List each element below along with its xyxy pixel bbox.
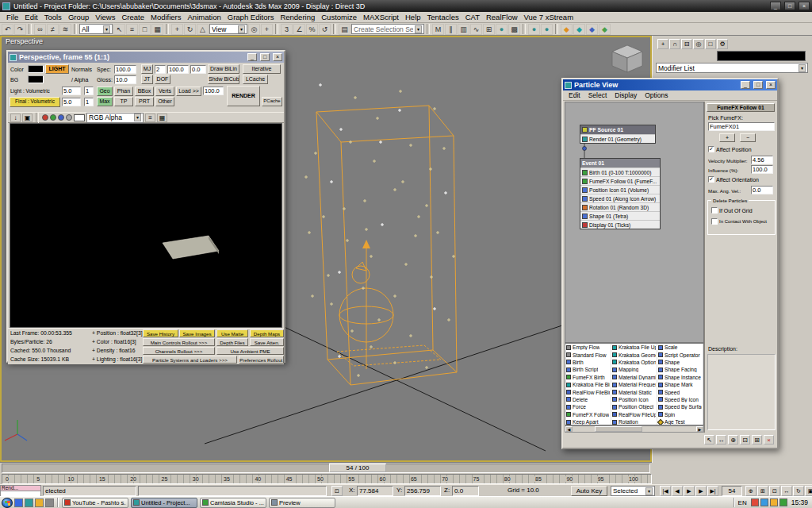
menu-group[interactable]: Group — [65, 12, 92, 22]
taskbar-button[interactable]: Untitled - Project... — [131, 498, 197, 508]
create-tab[interactable]: + — [657, 39, 668, 49]
clock[interactable]: 15:39 — [791, 498, 808, 506]
minimize-button[interactable]: _ — [770, 2, 781, 10]
utilities-tab[interactable]: ⚙ — [717, 39, 728, 49]
select-and-move-icon[interactable]: + — [171, 24, 183, 35]
depot-item[interactable]: Delete — [565, 396, 611, 403]
depot-item[interactable]: Krakatoa Options — [611, 359, 657, 366]
scroll-left-icon[interactable]: ◀ — [565, 426, 573, 432]
percent-snap-icon[interactable]: % — [306, 24, 318, 35]
undo-icon[interactable]: ↶ — [2, 24, 13, 35]
maximize-viewport-icon[interactable]: ▣ — [805, 486, 812, 496]
alpha-label[interactable]: / Alpha — [71, 76, 88, 83]
menu-graph-editors[interactable]: Graph Editors — [224, 12, 278, 22]
value3-field[interactable]: 0.0 — [190, 65, 206, 74]
named-selection-set-field[interactable]: Create Selection Set▾ — [351, 24, 424, 34]
modifier-list-dropdown[interactable]: Modifier List ▾ — [656, 63, 808, 73]
add-fumefx-button[interactable]: + — [719, 133, 735, 142]
render-button[interactable]: RENDER — [227, 86, 260, 106]
depot-item[interactable]: Material Static — [611, 388, 657, 395]
event-action-row[interactable]: Shape 01 (Tetra) — [580, 211, 660, 220]
select-object-icon[interactable]: ↖ — [113, 24, 125, 35]
depot-item[interactable]: Shape Facing — [657, 366, 703, 373]
compare-icon[interactable]: ▦ — [157, 114, 167, 122]
load-button[interactable]: Load >> — [176, 87, 201, 96]
reference-coordinate-dropdown[interactable]: View▾ — [209, 24, 247, 34]
depot-item[interactable]: Spin — [657, 411, 703, 418]
main-controls-rollout-button[interactable]: Main Controls Rollout >>> — [143, 338, 215, 346]
select-by-name-icon[interactable]: ≡ — [126, 24, 138, 35]
particle-view-titlebar[interactable]: Particle View _ □ × — [563, 79, 777, 90]
iterative-button[interactable]: Iterative — [243, 64, 281, 74]
use-pivot-point-icon[interactable]: ◎ — [248, 24, 260, 35]
scroll-right-icon[interactable]: ▶ — [696, 426, 703, 432]
zoom-extents-icon[interactable]: ⊡ — [769, 486, 780, 496]
display-color-swatch[interactable] — [74, 114, 85, 121]
play-button[interactable]: ▶ — [684, 486, 695, 496]
motion-tab[interactable]: ◎ — [693, 39, 704, 49]
track-bar[interactable]: 0510152025303540455055606570758085909510… — [0, 474, 812, 484]
preview-close-button[interactable]: × — [273, 53, 282, 61]
depot-item[interactable]: Krakatoa Geomet... — [611, 351, 657, 358]
fumefx-plugin-icon[interactable]: ◆ — [561, 24, 573, 35]
menu-create[interactable]: Create — [118, 12, 147, 22]
depth-files-button[interactable]: Depth Files — [216, 338, 248, 346]
go-to-end-button[interactable]: ▶| — [707, 486, 718, 496]
chevron-down-icon[interactable]: ▾ — [134, 114, 141, 121]
geo-button[interactable]: Geo — [97, 87, 113, 96]
bg-color-swatch[interactable] — [28, 75, 44, 83]
bbox-button[interactable]: BBox — [135, 87, 154, 96]
z-coordinate-field[interactable]: 0.0 — [452, 486, 479, 496]
time-slider[interactable]: 54 / 100 — [0, 463, 812, 474]
pcache-button[interactable]: PCache — [262, 97, 282, 106]
scrollbar-thumb[interactable] — [595, 426, 642, 432]
light-button[interactable]: LIGHT — [45, 64, 69, 74]
event-action-row[interactable]: Speed 01 (Along Icon Arrow) — [580, 194, 660, 202]
previous-frame-button[interactable]: ◀ — [672, 486, 683, 496]
preview-window-titlebar[interactable]: Perspective, frame 55 (1:1) _ □ × — [8, 52, 284, 63]
menu-tools[interactable]: Tools — [41, 12, 65, 22]
gloss-field[interactable]: 10.0 — [114, 75, 136, 84]
depot-item[interactable]: Material Frequency — [611, 381, 657, 388]
influence-field[interactable]: 100.0 — [751, 165, 773, 174]
spec-field[interactable]: 100.0 — [114, 65, 136, 74]
channel-dot-icon[interactable] — [58, 114, 64, 121]
fumefx-grid-wireframe[interactable] — [316, 106, 457, 385]
menu-views[interactable]: Views — [92, 12, 118, 22]
save-image-icon[interactable]: ↓ — [10, 114, 21, 122]
menu-rendering[interactable]: Rendering — [277, 12, 318, 22]
normals-label[interactable]: Normals — [71, 66, 92, 73]
zoom-tool-icon[interactable]: ⊕ — [728, 435, 738, 444]
depot-item[interactable]: Standard Flow — [565, 351, 611, 358]
depot-item[interactable]: Scale — [657, 344, 703, 351]
event-action-row[interactable]: Display 01 (Ticks) — [580, 220, 660, 229]
event-01-header[interactable]: Event 01 — [580, 159, 660, 167]
depot-item[interactable]: Speed By Icon — [657, 396, 703, 403]
preview-minimize-button[interactable]: _ — [247, 53, 257, 61]
pv-menu-edit[interactable]: Edit — [565, 91, 584, 99]
pv-menu-select[interactable]: Select — [585, 91, 611, 99]
select-and-rotate-icon[interactable]: ↻ — [184, 24, 196, 35]
event-action-row[interactable]: Birth 01 (0-100 T:1000000) — [580, 167, 660, 176]
schematic-view-icon[interactable]: ⊞ — [483, 24, 495, 35]
dof-button[interactable]: DOF — [155, 75, 170, 84]
copy-image-icon[interactable]: ▣ — [22, 114, 33, 122]
snaps-toggle-icon[interactable]: 3 — [281, 24, 293, 35]
edit-named-selection-sets-icon[interactable]: ▤ — [339, 24, 350, 35]
depot-item[interactable]: Force — [565, 403, 611, 410]
layer-manager-icon[interactable]: ▥ — [458, 24, 469, 35]
depot-item[interactable]: RealFlow FileBirth — [565, 388, 611, 395]
x-coordinate-field[interactable]: 77.584 — [357, 486, 393, 496]
depot-item[interactable]: Shape Instance — [657, 374, 703, 381]
selection-filter-dropdown[interactable]: All▾ — [79, 24, 113, 34]
depot-item[interactable]: Material Dynamic — [611, 374, 657, 381]
depot-item[interactable]: RealFlow FileUpd... — [611, 411, 657, 418]
zoom-all-icon[interactable]: ⊞ — [757, 486, 768, 496]
unlink-selection-icon[interactable]: ≠ — [47, 24, 59, 35]
light-volumetric-label[interactable]: Light : Volumetric — [10, 87, 50, 94]
zoom-extents-tool-icon[interactable]: ⊞ — [752, 435, 762, 444]
depot-item[interactable]: Keep Apart — [565, 418, 611, 425]
select-and-manipulate-icon[interactable]: + — [261, 24, 273, 35]
particle-systems-rollout-button[interactable]: Particle Systems and Loaders >>> — [143, 356, 237, 364]
depot-item[interactable]: Position Object — [611, 403, 657, 410]
